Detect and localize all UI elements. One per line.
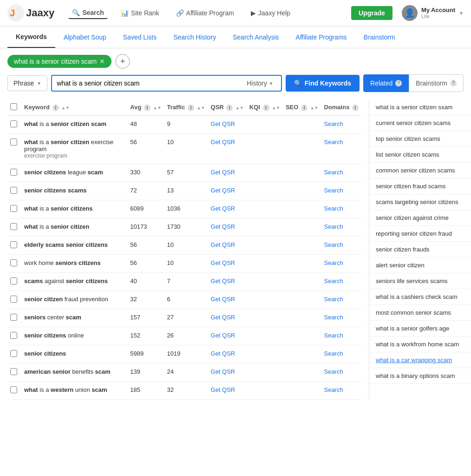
active-search-tab[interactable]: what is a senior citizen scam ✕ (7, 55, 111, 68)
brainstorm-info-icon[interactable]: ? (450, 80, 457, 86)
phrase-dropdown[interactable]: Phrase ▼ (7, 75, 47, 91)
get-qsr-link[interactable]: Get QSR (211, 241, 236, 248)
related-item[interactable]: what is a car wrapping scam (369, 352, 471, 368)
sub-nav-alphabet-soup[interactable]: Alphabet Soup (55, 27, 115, 47)
row-checkbox[interactable] (10, 296, 17, 303)
search-link[interactable]: Search (324, 386, 343, 393)
get-qsr-link[interactable]: Get QSR (211, 350, 236, 357)
search-link[interactable]: Search (324, 350, 343, 357)
nav-help[interactable]: ▶ Jaaxy Help (247, 7, 294, 19)
row-checkbox[interactable] (10, 314, 17, 321)
row-checkbox[interactable] (10, 259, 17, 266)
search-link[interactable]: Search (324, 332, 343, 339)
related-item[interactable]: alert senior citizen (369, 258, 471, 273)
related-item[interactable]: what is a senior golfers age (369, 321, 471, 337)
sub-nav-search-history[interactable]: Search History (165, 27, 224, 47)
get-qsr-link[interactable]: Get QSR (211, 278, 236, 284)
get-qsr-link[interactable]: Get QSR (211, 259, 236, 266)
row-checkbox[interactable] (10, 169, 17, 176)
related-item[interactable]: senior citizen frauds (369, 242, 471, 258)
related-item[interactable]: most common senior scams (369, 305, 471, 321)
nav-affiliate[interactable]: 🔗 Affiliate Program (172, 7, 238, 19)
sub-nav-affiliate-programs[interactable]: Affiliate Programs (288, 27, 355, 47)
get-qsr-link[interactable]: Get QSR (211, 139, 236, 145)
related-item[interactable]: what is a binary options scam (369, 368, 471, 384)
search-link[interactable]: Search (324, 139, 343, 145)
related-item[interactable]: common senior citizen scams (369, 163, 471, 178)
qsr-info-icon[interactable]: i (226, 105, 233, 111)
account-area[interactable]: 👤 My Account Lite ▼ (402, 5, 464, 21)
qsr-sort-icon[interactable]: ▲▼ (236, 106, 244, 110)
search-link[interactable]: Search (324, 223, 343, 230)
seo-info-icon[interactable]: i (301, 105, 307, 111)
brainstorm-tab[interactable]: Brainstorm ? (409, 74, 464, 92)
related-item[interactable]: what is a senior citizen sxam (369, 99, 471, 115)
get-qsr-link[interactable]: Get QSR (211, 314, 236, 321)
row-checkbox[interactable] (10, 205, 17, 212)
get-qsr-link[interactable]: Get QSR (211, 368, 236, 375)
domains-info-icon[interactable]: i (352, 105, 359, 111)
keyword-sort-icon[interactable]: ▲▼ (61, 106, 70, 110)
sub-nav-keywords[interactable]: Keywords (7, 26, 55, 48)
row-checkbox[interactable] (10, 350, 17, 357)
kqi-sort-icon[interactable]: ▲▼ (272, 106, 280, 110)
get-qsr-link[interactable]: Get QSR (211, 169, 236, 176)
search-link[interactable]: Search (324, 296, 343, 303)
keyword-info-icon[interactable]: i (52, 105, 59, 111)
avg-sort-icon[interactable]: ▲▼ (153, 106, 162, 110)
search-input[interactable] (57, 76, 244, 91)
related-item[interactable]: what is a workfrom home scam (369, 337, 471, 352)
row-checkbox[interactable] (10, 223, 17, 230)
traffic-sort-icon[interactable]: ▲▼ (197, 106, 205, 110)
search-link[interactable]: Search (324, 205, 343, 212)
row-checkbox[interactable] (10, 386, 17, 393)
related-link[interactable]: what is a car wrapping scam (376, 357, 452, 364)
related-item[interactable]: current senior citizen scams (369, 115, 471, 131)
select-all-checkbox[interactable] (10, 103, 17, 110)
upgrade-button[interactable]: Upgrade (351, 6, 392, 20)
add-tab-button[interactable]: + (115, 54, 130, 69)
row-checkbox[interactable] (10, 120, 17, 127)
get-qsr-link[interactable]: Get QSR (211, 120, 236, 127)
close-tab-icon[interactable]: ✕ (99, 58, 105, 65)
related-item[interactable]: reporting senior citizen fraud (369, 226, 471, 242)
row-checkbox[interactable] (10, 139, 17, 145)
row-checkbox[interactable] (10, 368, 17, 375)
row-checkbox[interactable] (10, 332, 17, 339)
related-item[interactable]: senior citizen against crime (369, 210, 471, 226)
search-link[interactable]: Search (324, 259, 343, 266)
row-checkbox[interactable] (10, 187, 17, 194)
search-link[interactable]: Search (324, 278, 343, 284)
sub-nav-brainstorm[interactable]: Brainstorm (355, 27, 404, 47)
row-checkbox[interactable] (10, 278, 17, 284)
search-link[interactable]: Search (324, 120, 343, 127)
avg-info-icon[interactable]: i (144, 105, 150, 111)
related-item[interactable]: seniors life services scams (369, 273, 471, 289)
related-item[interactable]: senior citizen fraud scams (369, 178, 471, 194)
get-qsr-link[interactable]: Get QSR (211, 205, 236, 212)
history-dropdown[interactable]: History ▼ (244, 79, 276, 87)
find-keywords-button[interactable]: 🔍 Find Keywords (286, 75, 360, 92)
search-link[interactable]: Search (324, 169, 343, 176)
get-qsr-link[interactable]: Get QSR (211, 332, 236, 339)
search-link[interactable]: Search (324, 368, 343, 375)
sub-nav-saved-lists[interactable]: Saved Lists (115, 27, 165, 47)
related-item[interactable]: what is a cashiers check scam (369, 289, 471, 305)
related-item[interactable]: top senior citizen scams (369, 131, 471, 147)
get-qsr-link[interactable]: Get QSR (211, 386, 236, 393)
related-item[interactable]: list senior citizen scams (369, 147, 471, 163)
get-qsr-link[interactable]: Get QSR (211, 187, 236, 194)
get-qsr-link[interactable]: Get QSR (211, 296, 236, 303)
nav-site-rank[interactable]: 📊 Site Rank (117, 7, 163, 19)
related-info-icon[interactable]: ? (395, 80, 402, 86)
search-link[interactable]: Search (324, 241, 343, 248)
nav-search[interactable]: 🔍 Search (68, 7, 108, 19)
search-link[interactable]: Search (324, 187, 343, 194)
get-qsr-link[interactable]: Get QSR (211, 223, 236, 230)
traffic-info-icon[interactable]: i (188, 105, 194, 111)
related-item[interactable]: scams targeting senior citizens (369, 194, 471, 210)
kqi-info-icon[interactable]: i (263, 105, 269, 111)
seo-sort-icon[interactable]: ▲▼ (310, 106, 319, 110)
sub-nav-search-analysis[interactable]: Search Analysis (224, 27, 288, 47)
row-checkbox[interactable] (10, 241, 17, 248)
